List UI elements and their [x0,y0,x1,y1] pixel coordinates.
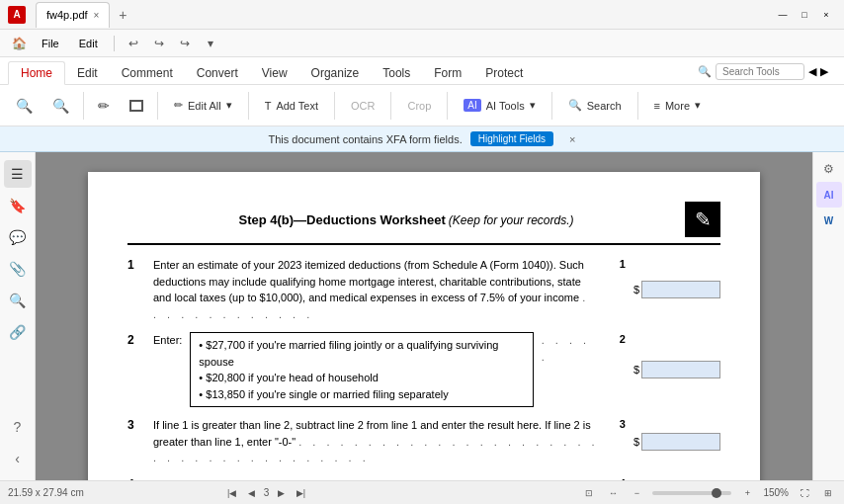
tab-filename: fw4p.pdf [46,9,88,21]
paint-btn[interactable]: ✏ [90,88,118,124]
sidebar-help-icon[interactable]: ? [4,413,32,441]
row-input-2[interactable] [641,361,720,378]
sidebar-comment-icon[interactable]: 💬 [4,223,32,251]
row-line-4: 4 [610,476,626,481]
ocr-btn[interactable]: OCR [341,92,384,120]
nav-back-btn[interactable]: ◀ [808,65,816,78]
toolbar-sep1 [83,92,84,120]
fit-page-btn[interactable]: ⊡ [581,485,597,501]
row-2-label: Enter: [153,332,182,349]
zoom-out-status-btn[interactable]: − [629,485,644,501]
edit-dropdown-arrow: ▾ [226,99,232,112]
notification-close-btn[interactable]: × [569,133,575,145]
titlebar: A fw4p.pdf × + — □ × [0,0,844,30]
add-text-btn[interactable]: T Add Text [255,92,328,120]
fit-width-btn[interactable]: ↔ [605,485,621,501]
tab-protect[interactable]: Protect [473,62,535,84]
toolbar: 🔍 🔍 ✏ ✏ Edit All ▾ T Add Text OCR Crop A… [0,85,844,126]
tab-close-btn[interactable]: × [94,10,100,21]
ai-tools-btn[interactable]: AI AI Tools ▾ [454,92,545,120]
zoom-in-btn[interactable]: 🔍 [44,88,77,124]
search-btn[interactable]: 🔍 Search [558,92,632,120]
row-content-3: If line 1 is greater than line 2, subtra… [153,417,602,466]
menu-file[interactable]: File [34,35,67,52]
edit-all-label: Edit All [188,100,221,112]
pdf-title: Step 4(b)—Deductions Worksheet [238,212,445,227]
prev-page-btn[interactable]: ◀ [244,485,260,501]
nav-fwd-btn[interactable]: ▶ [820,65,828,78]
menubar: 🏠 File Edit ↩ ↪ ↪ ▾ [0,30,844,57]
tab-view[interactable]: View [250,62,299,84]
tab-edit[interactable]: Edit [65,62,110,84]
redo-btn[interactable]: ↪ [148,33,170,54]
pdf-subtitle: (Keep for your records.) [449,213,574,227]
row-input-1[interactable] [641,281,720,298]
row-input-area-1: $ [633,257,720,322]
right-sidebar-settings-icon[interactable]: ⚙ [816,156,842,182]
dollar-sign-1: $ [633,284,639,295]
status-center: |◀ ◀ 3 ▶ ▶| [224,485,309,501]
rect-icon [129,100,143,112]
right-sidebar-ai-icon[interactable]: AI [816,182,842,208]
app-icon: A [8,6,26,24]
pdf-container[interactable]: Step 4(b)—Deductions Worksheet (Keep for… [36,152,812,480]
ribbon-tabs: Home Edit Comment Convert View Organize … [0,57,844,85]
more-icon: ≡ [654,100,660,112]
sidebar-bookmark-icon[interactable]: 🔖 [4,192,32,219]
close-btn[interactable]: × [816,7,836,23]
sidebar-search-icon[interactable]: 🔍 [4,287,32,314]
fullscreen-btn[interactable]: ⛶ [797,485,812,501]
tab-organize[interactable]: Organize [299,62,372,84]
zoom-thumb [712,488,721,498]
irs-logo: ✎ [685,202,720,237]
dropdown-btn[interactable]: ▾ [200,33,221,54]
sidebar-attach-icon[interactable]: 📎 [4,255,32,283]
edit-all-btn[interactable]: ✏ Edit All ▾ [164,92,242,120]
first-page-btn[interactable]: |◀ [224,485,240,501]
left-sidebar: ☰ 🔖 💬 📎 🔍 🔗 ? ‹ [0,152,36,480]
highlight-fields-btn[interactable]: Highlight Fields [470,131,553,146]
add-text-label: Add Text [276,100,318,112]
search-tools-input[interactable] [716,63,804,80]
split-view-btn[interactable]: ⊞ [820,485,836,501]
row-num-1: 1 [127,257,145,322]
main-layout: ☰ 🔖 💬 📎 🔍 🔗 ? ‹ Step 4(b)—Deductions Wor… [0,152,844,480]
next-page-btn[interactable]: ▶ [273,485,289,501]
tab-convert[interactable]: Convert [185,62,250,84]
crop-label: Crop [407,100,431,112]
sidebar-collapse-icon[interactable]: ‹ [4,445,32,472]
home-icon-btn[interactable]: 🏠 [8,33,30,54]
zoom-slider[interactable] [652,491,731,495]
zoom-percent: 150% [763,487,789,498]
tab-tools[interactable]: Tools [371,62,422,84]
pdf-row-3: 3 If line 1 is greater than line 2, subt… [127,417,720,466]
pdf-row-1: 1 Enter an estimate of your 2023 itemize… [127,257,720,322]
tab-comment[interactable]: Comment [110,62,185,84]
sidebar-bottom: ? ‹ [4,413,32,472]
file-tab[interactable]: fw4p.pdf × [36,2,110,28]
rect-btn[interactable] [122,88,151,124]
more-btn[interactable]: ≡ More ▾ [644,92,711,120]
zoom-out-btn[interactable]: 🔍 [8,88,41,124]
row-input-3[interactable] [641,433,720,451]
sidebar-link-icon[interactable]: 🔗 [4,318,32,346]
last-page-btn[interactable]: ▶| [293,485,308,501]
minimize-btn[interactable]: — [773,7,793,23]
tab-form[interactable]: Form [422,62,473,84]
right-sidebar: ⚙ AI W [812,152,844,480]
new-tab-btn[interactable]: + [112,4,133,26]
toolbar-sep4 [334,92,335,120]
menu-edit[interactable]: Edit [71,35,106,52]
right-sidebar-word-icon[interactable]: W [816,208,842,233]
maximize-btn[interactable]: □ [795,7,814,23]
undo-btn[interactable]: ↩ [123,33,144,54]
tab-home[interactable]: Home [8,61,65,85]
redo2-btn[interactable]: ↪ [174,33,196,54]
row-2-bullet-3: • $13,850 if you're single or married fi… [199,386,524,403]
search-label: Search [587,100,622,112]
sidebar-menu-icon[interactable]: ☰ [4,160,32,188]
zoom-in-status-btn[interactable]: + [739,485,755,501]
notification-bar: This document contains XFA form fields. … [0,126,844,152]
row-line-3: 3 [610,417,626,466]
crop-btn[interactable]: Crop [397,92,441,120]
